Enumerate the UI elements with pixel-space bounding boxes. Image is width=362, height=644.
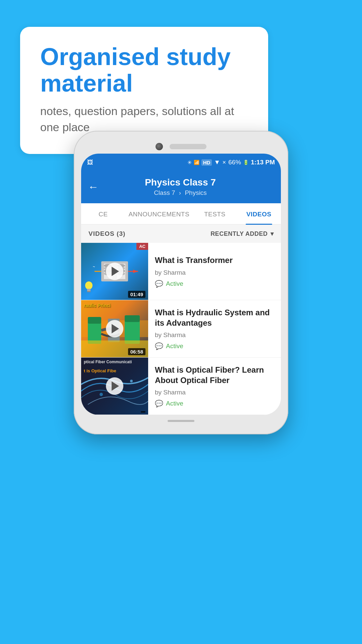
play-triangle-icon-2 bbox=[112, 324, 119, 333]
video-author-3: by Sharma bbox=[155, 389, 275, 396]
chat-icon-1: 💬 bbox=[155, 280, 163, 288]
svg-rect-23 bbox=[125, 315, 140, 322]
svg-rect-16 bbox=[87, 289, 90, 291]
video-item-3[interactable]: ptical Fiber Communicati t is Optical Fi… bbox=[81, 358, 281, 415]
status-bar: 🖼 ✳ 📶 HD ▼ ✕ 66% 🔋 1:13 PM bbox=[81, 154, 281, 171]
lightbulb-svg bbox=[84, 281, 94, 296]
video-author-2: by Sharma bbox=[155, 331, 275, 339]
tab-announcements[interactable]: ANNOUNCEMENTS bbox=[125, 203, 193, 224]
tab-ce[interactable]: CE bbox=[81, 203, 125, 224]
bluetooth-icon: ✳ bbox=[187, 159, 192, 166]
svg-rect-20 bbox=[88, 317, 101, 324]
svg-text:~: ~ bbox=[93, 265, 95, 269]
play-triangle-icon-3 bbox=[112, 381, 119, 391]
play-button-2[interactable] bbox=[106, 320, 123, 337]
sort-button[interactable]: RECENTLY ADDED ▾ bbox=[210, 230, 274, 237]
header-breadcrumb: Class 7 › Physics bbox=[105, 189, 255, 197]
video-info-1: What is Transformer by Sharma 💬 Active bbox=[148, 243, 281, 300]
status-label-3: Active bbox=[166, 400, 183, 407]
phone-mockup: 🖼 ✳ 📶 HD ▼ ✕ 66% 🔋 1:13 PM ← bbox=[74, 131, 288, 434]
header-title-section: Physics Class 7 Class 7 › Physics bbox=[105, 177, 255, 197]
videos-count: VIDEOS (3) bbox=[88, 230, 125, 237]
svg-point-27 bbox=[100, 393, 103, 396]
svg-point-15 bbox=[85, 281, 93, 289]
video-duration-2: 06:58 bbox=[128, 348, 145, 355]
breadcrumb-class: Class 7 bbox=[154, 189, 175, 196]
tab-tests[interactable]: TESTS bbox=[193, 203, 237, 224]
chat-icon-3: 💬 bbox=[155, 399, 163, 408]
hero-title: Organised study material bbox=[40, 44, 248, 97]
home-indicator bbox=[168, 420, 194, 422]
play-button-3[interactable] bbox=[106, 377, 123, 395]
battery-level: 66% bbox=[228, 159, 241, 166]
video-item-2[interactable]: raulic Princi 06:58 What is Hydraulic Sy… bbox=[81, 300, 281, 358]
video-info-3: What is Optical Fiber? Learn About Optic… bbox=[148, 358, 281, 415]
hydraulic-text: raulic Princi bbox=[81, 300, 113, 311]
video-status-3: 💬 Active bbox=[155, 399, 275, 408]
svg-point-26 bbox=[130, 380, 133, 382]
home-bar bbox=[81, 415, 281, 427]
status-label-1: Active bbox=[166, 280, 183, 287]
speaker-grille bbox=[170, 144, 206, 149]
video-item-1[interactable]: ~ AC bbox=[81, 243, 281, 300]
hd-badge: HD bbox=[201, 159, 212, 166]
sort-label: RECENTLY ADDED bbox=[210, 230, 267, 237]
cellular-icon: ✕ bbox=[222, 160, 226, 165]
phone-screen: 🖼 ✳ 📶 HD ▼ ✕ 66% 🔋 1:13 PM ← bbox=[81, 154, 281, 415]
svg-rect-17 bbox=[87, 291, 90, 292]
video-title-2: What is Hydraulic System and its Advanta… bbox=[155, 307, 275, 328]
filter-bar: VIDEOS (3) RECENTLY ADDED ▾ bbox=[81, 225, 281, 243]
svg-marker-14 bbox=[133, 270, 138, 273]
video-thumbnail-3: ptical Fiber Communicati t is Optical Fi… bbox=[81, 358, 148, 415]
video-thumbnail-1: ~ AC bbox=[81, 243, 148, 300]
header-title: Physics Class 7 bbox=[105, 177, 255, 188]
tabs-bar: CE ANNOUNCEMENTS TESTS VIDEOS bbox=[81, 203, 281, 225]
status-label-2: Active bbox=[166, 342, 183, 350]
video-status-1: 💬 Active bbox=[155, 280, 275, 288]
video-info-2: What is Hydraulic System and its Advanta… bbox=[148, 300, 281, 357]
video-title-3: What is Optical Fiber? Learn About Optic… bbox=[155, 365, 275, 385]
tab-videos[interactable]: VIDEOS bbox=[237, 203, 281, 224]
time-display: 1:13 PM bbox=[251, 159, 275, 166]
video-duration-1: 01:49 bbox=[128, 291, 145, 298]
video-title-1: What is Transformer bbox=[155, 255, 275, 265]
optical-text-top: ptical Fiber Communicati bbox=[81, 358, 134, 367]
back-button[interactable]: ← bbox=[88, 181, 99, 193]
battery-icon: 🔋 bbox=[243, 160, 249, 165]
play-button-1[interactable] bbox=[106, 263, 123, 280]
thumb-ac-label: AC bbox=[136, 243, 148, 250]
chat-icon-2: 💬 bbox=[155, 342, 163, 350]
video-status-2: 💬 Active bbox=[155, 342, 275, 350]
app-header: ← Physics Class 7 Class 7 › Physics bbox=[81, 171, 281, 203]
video-duration-3 bbox=[141, 411, 145, 413]
screenshot-icon: 🖼 bbox=[87, 159, 93, 166]
video-author-1: by Sharma bbox=[155, 269, 275, 276]
chevron-down-icon: ▾ bbox=[270, 230, 274, 237]
video-list: ~ AC bbox=[81, 243, 281, 415]
optical-text-big: t is Optical Fibe bbox=[81, 367, 119, 375]
signal-icon: 📶 bbox=[194, 160, 199, 165]
play-triangle-icon bbox=[112, 267, 119, 276]
camera-dot bbox=[156, 143, 163, 150]
wifi-icon: ▼ bbox=[214, 159, 220, 166]
breadcrumb-subject: Physics bbox=[185, 189, 206, 196]
video-thumbnail-2: raulic Princi 06:58 bbox=[81, 300, 148, 357]
